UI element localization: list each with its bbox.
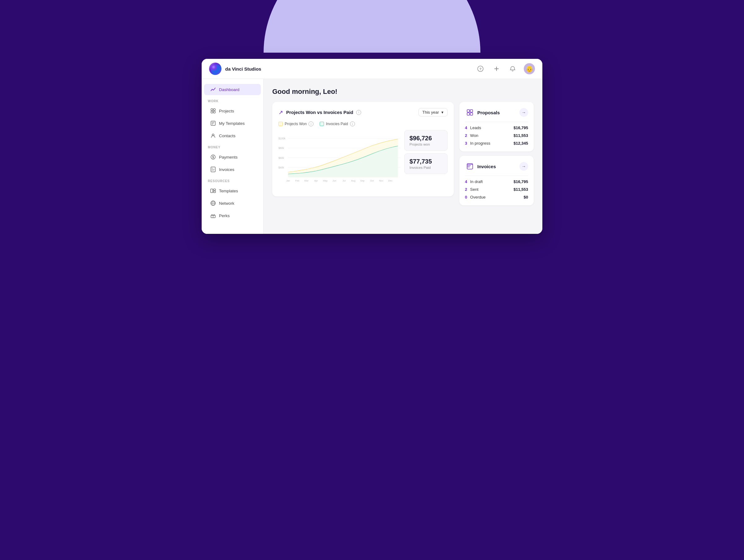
sidebar-item-dashboard[interactable]: Dashboard <box>204 84 261 95</box>
topbar-right: ? 👴 <box>476 63 535 74</box>
chart-card: ↗ Projects Won vs Invoices Paid i This y… <box>272 102 454 196</box>
row-value: $11,553 <box>514 187 528 192</box>
svg-text:Mar: Mar <box>304 179 309 182</box>
add-icon[interactable] <box>491 64 501 74</box>
panel-row-content: 4 Leads <box>465 125 481 130</box>
stat-won-label: Projects won <box>409 143 442 146</box>
proposal-row: 3 In progress $12,345 <box>465 139 528 147</box>
year-selector[interactable]: This year ▾ <box>418 108 448 116</box>
svg-text:$100k: $100k <box>278 137 286 140</box>
row-value: $16,795 <box>514 179 528 184</box>
sidebar: Dashboard WORK Projects <box>202 79 264 234</box>
row-num: 4 <box>465 125 467 130</box>
legend-won-info[interactable]: i <box>308 121 313 126</box>
notifications-icon[interactable] <box>508 64 518 74</box>
row-value: $0 <box>524 195 528 199</box>
svg-text:Dec: Dec <box>388 179 393 182</box>
invoices-title-group: Invoices <box>465 161 496 171</box>
svg-rect-19 <box>213 191 216 193</box>
sidebar-item-invoices[interactable]: Invoices <box>204 164 261 175</box>
chart-stats: $96,726 Projects won $77,735 Invoices Pa… <box>404 130 448 190</box>
row-label: Overdue <box>470 195 486 199</box>
invoice-row: 2 Sent $11,553 <box>465 186 528 193</box>
legend-paid-label: Invocies Paid <box>326 122 348 126</box>
sidebar-label-network: Network <box>219 201 234 206</box>
chart-info-icon[interactable]: i <box>356 110 361 115</box>
sidebar-item-my-templates[interactable]: My Templates <box>204 118 261 129</box>
chevron-down-icon: ▾ <box>441 110 444 115</box>
row-num: 4 <box>465 179 467 184</box>
row-label: Won <box>470 133 479 138</box>
svg-text:?: ? <box>480 67 482 71</box>
work-section-label: WORK <box>202 96 263 104</box>
legend-paid-info[interactable]: i <box>350 121 355 126</box>
hero-circle <box>264 0 480 53</box>
stat-paid: $77,735 Invoices Paid <box>404 153 448 174</box>
svg-rect-47 <box>470 113 473 115</box>
invoices-arrow[interactable]: → <box>519 162 528 171</box>
svg-text:Jun: Jun <box>332 179 336 182</box>
svg-text:Jul: Jul <box>343 179 346 182</box>
app-body: Dashboard WORK Projects <box>202 79 542 234</box>
sidebar-item-templates[interactable]: Templates <box>204 185 261 196</box>
chart-header: ↗ Projects Won vs Invoices Paid i This y… <box>278 108 448 116</box>
dashboard-icon <box>210 87 216 92</box>
stat-won: $96,726 Projects won <box>404 130 448 151</box>
legend-won-label: Projects Won <box>285 122 307 126</box>
row-label: In draft <box>470 179 483 184</box>
sidebar-label-payments: Payments <box>219 155 237 159</box>
proposals-arrow[interactable]: → <box>519 108 528 117</box>
chart-trend-icon: ↗ <box>278 109 283 116</box>
proposal-row: 4 Leads $16,795 <box>465 124 528 132</box>
svg-text:$80k: $80k <box>278 147 284 150</box>
avatar[interactable]: 👴 <box>524 63 535 74</box>
sidebar-item-contacts[interactable]: Contacts <box>204 130 261 141</box>
proposals-title-group: Proposals <box>465 108 500 117</box>
chart-area: $100k $80k $60k $40k <box>278 130 448 190</box>
help-icon[interactable]: ? <box>476 64 485 74</box>
svg-text:$: $ <box>212 155 214 159</box>
sidebar-item-network[interactable]: Network <box>204 198 261 209</box>
svg-rect-7 <box>211 111 213 113</box>
row-num: 3 <box>465 141 467 146</box>
svg-text:Jan: Jan <box>286 179 290 182</box>
resources-section-label: RESOURCES <box>202 176 263 184</box>
svg-rect-8 <box>213 111 215 113</box>
svg-rect-17 <box>211 189 213 193</box>
row-label: Sent <box>470 187 479 192</box>
sidebar-item-payments[interactable]: $ Payments <box>204 151 261 162</box>
invoice-row: 4 In draft $16,795 <box>465 178 528 186</box>
svg-text:Feb: Feb <box>295 179 299 182</box>
chart-title-group: ↗ Projects Won vs Invoices Paid i <box>278 109 361 116</box>
chart-legend: Projects Won i Invocies Paid i <box>278 121 448 126</box>
chart-title: Projects Won vs Invoices Paid <box>286 110 353 115</box>
stat-paid-label: Invoices Paid <box>409 166 442 170</box>
sidebar-label-projects: Projects <box>219 109 234 113</box>
my-templates-icon <box>210 120 216 126</box>
panel-row-content: 3 In progress <box>465 141 490 146</box>
svg-text:Nov: Nov <box>379 179 383 182</box>
proposals-rows: 4 Leads $16,795 2 Won $11,553 3 In progr… <box>465 124 528 147</box>
greeting: Good morning, Leo! <box>272 88 534 96</box>
row-value: $12,345 <box>514 141 528 146</box>
svg-rect-45 <box>470 110 473 112</box>
sidebar-item-perks[interactable]: Perks <box>204 210 261 221</box>
legend-won-box <box>278 122 283 126</box>
year-label: This year <box>422 110 439 115</box>
sidebar-label-dashboard: Dashboard <box>219 87 239 92</box>
main-content: Good morning, Leo! ↗ Projects Won vs Inv… <box>264 79 542 234</box>
invoices-panel-icon <box>465 161 475 171</box>
panel-row-content: 4 In draft <box>465 179 483 184</box>
divider <box>465 122 528 122</box>
svg-text:$40k: $40k <box>278 166 284 169</box>
svg-rect-6 <box>213 109 215 111</box>
stat-won-amount: $96,726 <box>409 135 442 142</box>
svg-point-0 <box>211 65 220 73</box>
sidebar-item-projects[interactable]: Projects <box>204 105 261 116</box>
invoice-row: 0 Overdue $0 <box>465 193 528 201</box>
svg-text:May: May <box>323 179 328 182</box>
proposals-icon <box>465 108 475 117</box>
topbar-left: da Vinci Studios <box>209 63 261 75</box>
row-num: 2 <box>465 187 467 192</box>
chart-svg-area: $100k $80k $60k $40k <box>278 130 401 190</box>
